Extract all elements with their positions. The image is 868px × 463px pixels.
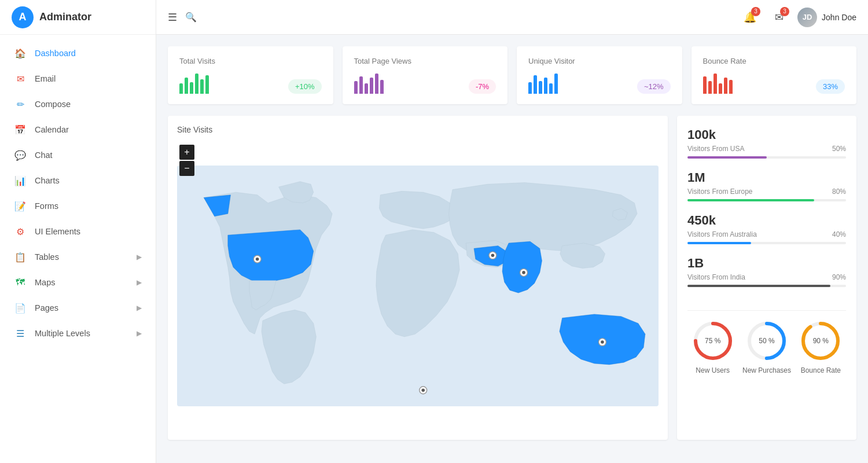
avatar: JD <box>797 8 817 27</box>
stat-body: 33% <box>703 74 845 94</box>
sidebar-item-label: Maps <box>35 278 55 287</box>
progress-bar <box>687 199 846 201</box>
bar <box>179 83 183 94</box>
bar <box>703 76 707 94</box>
stat-title: Unique Visitor <box>528 57 671 65</box>
map-card: Site Visits + − <box>168 116 668 440</box>
email-button[interactable]: ✉ 3 <box>768 7 789 28</box>
donut-label: New Users <box>696 366 730 374</box>
pages-icon: 📄 <box>14 302 27 314</box>
bar <box>185 78 188 94</box>
donut-pct: 90 % <box>813 337 829 345</box>
stat-cards: Total Visits +10% Total Page Views -7% U… <box>168 46 856 104</box>
stat-badge: +10% <box>288 79 322 94</box>
sidebar-item-chat[interactable]: 💬 Chat <box>0 142 156 168</box>
sidebar-nav: 🏠 Dashboard ✉ Email ✏ Compose 📅 Calendar… <box>0 35 156 352</box>
sidebar: A Adminator 🏠 Dashboard ✉ Email ✏ Compos… <box>0 0 156 463</box>
sidebar-item-label: Pages <box>35 303 58 313</box>
visitor-amount: 100k <box>687 127 846 142</box>
progress-fill <box>687 199 814 201</box>
bar <box>724 78 727 94</box>
sidebar-item-label: Tables <box>35 252 59 262</box>
bar <box>205 75 209 94</box>
content-area: Total Visits +10% Total Page Views -7% U… <box>156 35 868 463</box>
visitor-stat: 1B Visitors From India 90% <box>687 256 846 288</box>
svg-point-4 <box>491 254 495 258</box>
sidebar-item-pages[interactable]: 📄 Pages ▶ <box>0 295 156 321</box>
sidebar-item-compose[interactable]: ✏ Compose <box>0 91 156 117</box>
sidebar-item-label: Compose <box>35 100 71 109</box>
forms-icon: 📝 <box>14 200 27 212</box>
stat-title: Bounce Rate <box>703 57 845 65</box>
sidebar-item-forms[interactable]: 📝 Forms <box>0 193 156 219</box>
notification-button[interactable]: 🔔 3 <box>740 7 760 28</box>
sidebar-item-label: Forms <box>35 201 58 211</box>
visitor-label-row: Visitors From Australia 40% <box>687 230 846 238</box>
tables-icon: 📋 <box>14 251 27 263</box>
visitor-label-row: Visitors From USA 50% <box>687 145 846 153</box>
levels-icon: ☰ <box>14 327 27 340</box>
sidebar-item-maps[interactable]: 🗺 Maps ▶ <box>0 270 156 295</box>
zoom-in-button[interactable]: + <box>179 145 194 160</box>
bar <box>375 74 378 94</box>
visitor-label: Visitors From Europe <box>687 188 752 196</box>
user-menu[interactable]: JD John Doe <box>797 8 856 27</box>
stat-body: ~12% <box>528 74 671 94</box>
notification-badge: 3 <box>751 7 760 16</box>
bar <box>708 81 712 94</box>
stat-card-2: Unique Visitor ~12% <box>517 46 682 104</box>
header: ☰ 🔍 🔔 3 ✉ 3 JD John Doe <box>156 0 868 35</box>
donut-row: 75 % New Users 50 % New Purchases 90 % B… <box>687 310 846 374</box>
expand-arrow-icon: ▶ <box>137 304 142 312</box>
bar <box>528 82 532 94</box>
visitor-amount: 1B <box>687 256 846 271</box>
visitor-stat: 450k Visitors From Australia 40% <box>687 213 846 245</box>
sidebar-item-email[interactable]: ✉ Email <box>0 66 156 91</box>
charts-icon: 📊 <box>14 174 27 187</box>
bar <box>549 83 553 94</box>
bar <box>534 75 537 94</box>
visitor-label: Visitors From USA <box>687 145 744 153</box>
donut-chart: 50 % <box>746 320 788 362</box>
main-area: ☰ 🔍 🔔 3 ✉ 3 JD John Doe Total Visits +10… <box>156 0 868 463</box>
visitor-amount: 1M <box>687 170 846 185</box>
svg-point-10 <box>421 388 425 392</box>
email-badge: 3 <box>780 7 789 16</box>
logo-icon: A <box>12 6 34 28</box>
username: John Doe <box>822 13 856 22</box>
stat-body: +10% <box>179 74 322 94</box>
sidebar-item-label: Chat <box>35 150 53 160</box>
progress-fill <box>687 242 751 244</box>
zoom-out-button[interactable]: − <box>179 161 194 176</box>
stat-body: -7% <box>354 74 496 94</box>
sidebar-item-dashboard[interactable]: 🏠 Dashboard <box>0 41 156 66</box>
stat-bars <box>179 74 209 94</box>
visitor-pct: 90% <box>832 273 846 281</box>
donut-item: 50 % New Purchases <box>742 320 791 374</box>
sidebar-item-tables[interactable]: 📋 Tables ▶ <box>0 244 156 270</box>
bar <box>190 82 193 94</box>
hamburger-button[interactable]: ☰ <box>168 11 177 24</box>
progress-fill <box>687 285 830 287</box>
visitor-label-row: Visitors From Europe 80% <box>687 188 846 196</box>
sidebar-item-calendar[interactable]: 📅 Calendar <box>0 117 156 142</box>
stat-title: Total Page Views <box>354 57 496 65</box>
bar <box>380 80 384 94</box>
bar <box>539 81 542 94</box>
sidebar-item-label: UI Elements <box>35 227 80 236</box>
stat-bars <box>703 74 733 94</box>
sidebar-item-multiple-levels[interactable]: ☰ Multiple Levels ▶ <box>0 321 156 346</box>
sidebar-item-ui-elements[interactable]: ⚙ UI Elements <box>0 219 156 244</box>
search-button[interactable]: 🔍 <box>185 12 197 23</box>
svg-point-8 <box>601 340 604 344</box>
donut-label: New Purchases <box>742 366 791 374</box>
expand-arrow-icon: ▶ <box>137 329 142 337</box>
sidebar-logo: A Adminator <box>0 0 156 35</box>
right-panel: 100k Visitors From USA 50% 1M Visitors F… <box>677 116 856 440</box>
visitor-label-row: Visitors From India 90% <box>687 273 846 281</box>
app-name: Adminator <box>39 11 91 23</box>
map-controls: + − <box>179 145 194 176</box>
sidebar-item-charts[interactable]: 📊 Charts <box>0 168 156 193</box>
donut-pct: 50 % <box>759 337 774 345</box>
visitor-pct: 80% <box>832 188 846 196</box>
